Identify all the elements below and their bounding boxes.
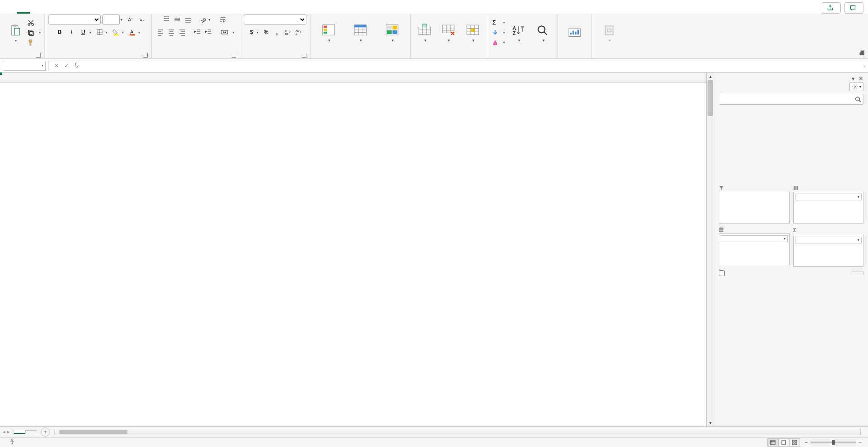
- align-left-button[interactable]: [155, 27, 165, 37]
- defer-layout-checkbox[interactable]: [719, 270, 727, 276]
- cut-button[interactable]: [27, 18, 41, 27]
- update-button[interactable]: [852, 272, 863, 275]
- name-box[interactable]: ▾: [3, 61, 46, 71]
- sort-filter-button[interactable]: AZ▾: [508, 22, 529, 43]
- collapse-ribbon-button[interactable]: ⛘: [859, 49, 865, 57]
- font-color-button[interactable]: A: [127, 27, 137, 37]
- tab-home[interactable]: [17, 7, 30, 14]
- align-top-button[interactable]: [161, 15, 171, 24]
- sensitivity-button[interactable]: ▾: [596, 22, 623, 43]
- grid[interactable]: [0, 73, 706, 426]
- bold-button[interactable]: B: [55, 27, 65, 37]
- fill-color-dropdown[interactable]: ▾: [122, 30, 126, 34]
- comments-button[interactable]: [844, 2, 863, 14]
- align-bottom-button[interactable]: [183, 15, 193, 24]
- add-sheet-button[interactable]: +: [41, 428, 50, 437]
- tab-file[interactable]: [5, 8, 17, 14]
- analyze-data-button[interactable]: [562, 25, 588, 40]
- border-dropdown[interactable]: ▾: [106, 30, 109, 34]
- orientation-button[interactable]: ab: [199, 15, 209, 24]
- insert-function-button[interactable]: fx: [72, 61, 82, 71]
- align-right-button[interactable]: [177, 27, 187, 37]
- clear-button[interactable]: ▾: [492, 38, 505, 47]
- more-tables-link[interactable]: [719, 110, 863, 112]
- fill-button[interactable]: ▾: [492, 28, 505, 37]
- zoom-slider[interactable]: [810, 442, 856, 443]
- conditional-formatting-button[interactable]: ▾: [314, 22, 343, 43]
- font-name-select[interactable]: [48, 15, 101, 24]
- wrap-text-button[interactable]: [218, 15, 230, 24]
- decrease-indent-button[interactable]: [193, 27, 203, 37]
- align-center-button[interactable]: [166, 27, 176, 37]
- expand-formula-bar-button[interactable]: ⌄: [863, 63, 866, 68]
- page-break-view-button[interactable]: [789, 438, 800, 447]
- cancel-formula-button[interactable]: ✕: [52, 61, 62, 71]
- border-button[interactable]: [95, 27, 105, 37]
- tab-review[interactable]: [81, 8, 93, 14]
- zoom-in-button[interactable]: +: [858, 439, 862, 446]
- tab-design[interactable]: [144, 8, 157, 14]
- tab-data[interactable]: [68, 8, 81, 14]
- fields-search-input[interactable]: [719, 94, 863, 105]
- sheet-tab-sheet2[interactable]: [14, 430, 25, 434]
- delete-cells-button[interactable]: ▾: [438, 22, 459, 43]
- find-select-button[interactable]: ▾: [532, 22, 554, 43]
- sheet-nav-next[interactable]: ▸: [7, 429, 10, 435]
- number-dialog-launcher[interactable]: [302, 53, 306, 58]
- copy-button[interactable]: ▾: [27, 28, 41, 37]
- paste-button[interactable]: ▾: [6, 22, 24, 43]
- italic-button[interactable]: I: [67, 27, 77, 37]
- values-area[interactable]: Σ ▾: [793, 227, 864, 267]
- rows-area[interactable]: ▾: [719, 227, 790, 267]
- format-cells-button[interactable]: ▾: [461, 22, 484, 43]
- accessibility-icon[interactable]: [9, 438, 15, 446]
- normal-view-button[interactable]: [767, 438, 778, 447]
- tab-formulas[interactable]: [55, 8, 68, 14]
- tab-developer[interactable]: [106, 8, 119, 14]
- comma-button[interactable]: ,: [272, 27, 282, 37]
- enter-formula-button[interactable]: ✓: [62, 61, 72, 71]
- rows-pill-pgrp-nm[interactable]: ▾: [721, 235, 788, 242]
- merge-center-button[interactable]: ▾: [219, 28, 236, 37]
- orientation-dropdown[interactable]: ▾: [209, 18, 212, 22]
- accounting-dropdown[interactable]: ▾: [257, 30, 260, 34]
- pane-settings-button[interactable]: ▾: [849, 82, 863, 91]
- zoom-out-button[interactable]: −: [805, 439, 808, 446]
- autosum-button[interactable]: Σ▾: [492, 18, 505, 27]
- columns-area[interactable]: ▾: [793, 185, 864, 224]
- sheet-nav-prev[interactable]: ◂: [3, 429, 5, 435]
- cell-styles-button[interactable]: ▾: [378, 22, 407, 43]
- align-middle-button[interactable]: [172, 15, 182, 24]
- accounting-format-button[interactable]: $: [247, 27, 257, 37]
- insert-cells-button[interactable]: ▾: [414, 22, 435, 43]
- pane-minimize-button[interactable]: ▾: [852, 75, 855, 82]
- tab-page-layout[interactable]: [43, 8, 55, 14]
- alignment-dialog-launcher[interactable]: [232, 53, 236, 58]
- tab-pivottable-analyze[interactable]: [131, 8, 144, 14]
- page-layout-view-button[interactable]: [778, 438, 789, 447]
- percent-button[interactable]: %: [261, 27, 271, 37]
- hscroll-thumb[interactable]: [59, 430, 127, 434]
- filters-area[interactable]: [719, 185, 790, 224]
- tab-view[interactable]: [93, 8, 106, 14]
- increase-decimal-button[interactable]: .0.00: [283, 27, 293, 37]
- format-painter-button[interactable]: [27, 38, 41, 47]
- sheet-tab-sheet1[interactable]: [25, 430, 37, 433]
- tab-help[interactable]: [119, 8, 131, 14]
- underline-button[interactable]: U: [78, 27, 88, 37]
- tab-insert[interactable]: [30, 8, 43, 14]
- font-color-dropdown[interactable]: ▾: [138, 30, 142, 34]
- fill-color-button[interactable]: [111, 27, 121, 37]
- pane-close-button[interactable]: ✕: [858, 75, 863, 82]
- increase-indent-button[interactable]: [204, 27, 213, 37]
- scroll-down-button[interactable]: ▾: [707, 419, 714, 426]
- scroll-up-button[interactable]: ▴: [707, 73, 714, 80]
- font-size-input[interactable]: [102, 15, 120, 24]
- underline-dropdown[interactable]: ▾: [89, 30, 93, 34]
- scroll-thumb[interactable]: [708, 80, 713, 116]
- decrease-decimal-button[interactable]: .00.0: [294, 27, 304, 37]
- number-format-select[interactable]: [244, 15, 306, 24]
- horizontal-scrollbar[interactable]: [54, 429, 861, 435]
- columns-pill-apd[interactable]: ▾: [795, 194, 862, 200]
- format-as-table-button[interactable]: ▾: [346, 22, 375, 43]
